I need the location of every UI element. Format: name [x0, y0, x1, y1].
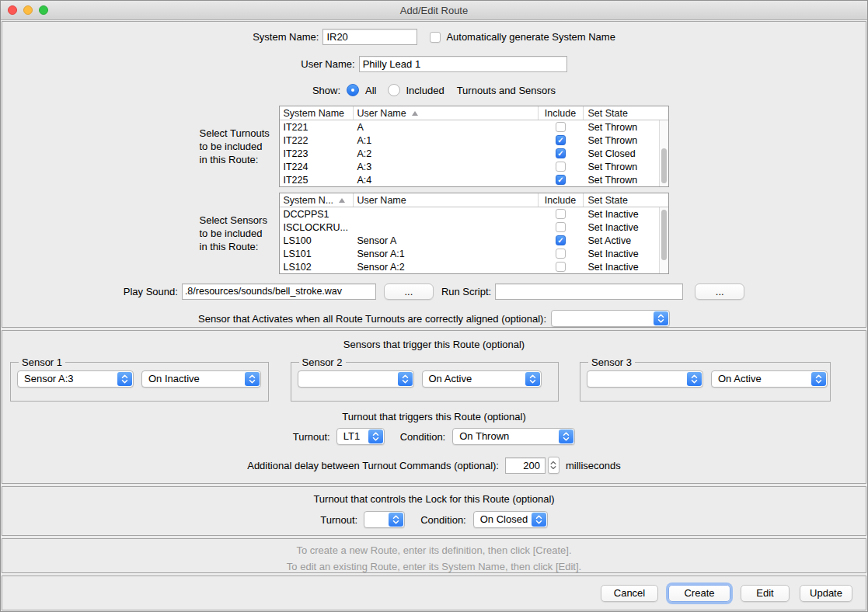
- system-name-cell: ISCLOCKRU...: [280, 222, 354, 233]
- play-sound-browse-button[interactable]: ...: [384, 283, 434, 300]
- lock-turnout-combo[interactable]: [364, 511, 405, 528]
- include-checkbox[interactable]: [556, 209, 566, 219]
- include-checkbox[interactable]: [556, 235, 566, 245]
- trigger-turnout-combo[interactable]: LT1: [336, 428, 385, 445]
- set-state-cell[interactable]: Set Thrown: [584, 162, 661, 172]
- sensor-2-condition-combo[interactable]: On Active: [422, 370, 542, 388]
- column-header[interactable]: System N...: [280, 193, 354, 207]
- sensor-1-group: Sensor 1 Sensor A:3 On Inactive: [10, 356, 269, 402]
- help-line-1: To create a new Route, enter its definit…: [2, 544, 866, 556]
- set-state-cell[interactable]: Set Inactive: [584, 262, 661, 273]
- include-cell[interactable]: [539, 162, 584, 172]
- set-state-cell[interactable]: Set Inactive: [584, 222, 661, 233]
- title-bar[interactable]: Add/Edit Route: [1, 1, 867, 20]
- include-checkbox[interactable]: [556, 249, 566, 259]
- zoom-window-icon[interactable]: [39, 5, 48, 15]
- include-cell[interactable]: [539, 262, 584, 272]
- sensor-2-legend: Sensor 2: [299, 356, 346, 368]
- edit-button[interactable]: Edit: [741, 585, 790, 602]
- update-button[interactable]: Update: [800, 585, 852, 602]
- table-row[interactable]: DCCPPS1Set Inactive: [280, 207, 659, 221]
- table-row[interactable]: LS102Sensor A:2Set Inactive: [280, 260, 659, 273]
- column-header[interactable]: User Name: [354, 193, 539, 207]
- auto-generate-label: Automatically generate System Name: [446, 31, 615, 43]
- play-sound-input[interactable]: [182, 283, 376, 300]
- column-header[interactable]: Include: [539, 193, 584, 207]
- minimize-window-icon[interactable]: [23, 5, 33, 15]
- scrollbar-thumb[interactable]: [661, 148, 667, 183]
- system-name-cell: IT225: [280, 175, 354, 186]
- table-row[interactable]: IT221ASet Thrown: [280, 120, 659, 134]
- turnouts-table[interactable]: System NameUser NameIncludeSet State IT2…: [279, 106, 669, 187]
- include-cell[interactable]: [539, 122, 584, 132]
- sensor-3-condition-combo[interactable]: On Active: [711, 370, 828, 388]
- table-row[interactable]: LS100Sensor ASet Active: [280, 234, 659, 247]
- sensor-3-combo[interactable]: [587, 370, 703, 388]
- table-row[interactable]: IT224A:3Set Thrown: [280, 160, 659, 173]
- create-button[interactable]: Create: [668, 585, 730, 602]
- table-row[interactable]: LS101Sensor A:1Set Inactive: [280, 247, 659, 260]
- turnouts-scrollbar[interactable]: [659, 120, 668, 186]
- sensor-1-combo[interactable]: Sensor A:3: [17, 370, 134, 388]
- include-checkbox[interactable]: [556, 135, 566, 145]
- include-checkbox[interactable]: [556, 222, 566, 232]
- trigger-turnout-label: Turnout:: [293, 431, 330, 443]
- delay-input[interactable]: [505, 457, 546, 474]
- auto-generate-checkbox[interactable]: [430, 32, 441, 43]
- system-name-cell: LS101: [280, 249, 354, 259]
- column-header[interactable]: Include: [539, 106, 584, 120]
- column-header[interactable]: System Name: [280, 106, 354, 120]
- aligned-sensor-label: Sensor that Activates when all Route Tur…: [198, 313, 546, 325]
- set-state-cell[interactable]: Set Thrown: [584, 135, 661, 146]
- sort-ascending-icon: [339, 198, 345, 203]
- set-state-cell[interactable]: Set Thrown: [584, 122, 661, 133]
- column-header[interactable]: Set State: [584, 193, 661, 207]
- trigger-condition-combo[interactable]: On Thrown: [452, 428, 575, 445]
- aligned-sensor-combo[interactable]: [551, 310, 670, 327]
- set-state-cell[interactable]: Set Inactive: [584, 249, 661, 259]
- stepper-arrows-icon: [550, 461, 556, 470]
- include-cell[interactable]: [539, 222, 584, 232]
- column-header[interactable]: User Name: [354, 106, 539, 120]
- include-checkbox[interactable]: [556, 122, 566, 132]
- table-row[interactable]: ISCLOCKRU...Set Inactive: [280, 221, 659, 234]
- table-row[interactable]: IT222A:1Set Thrown: [280, 134, 659, 147]
- run-script-browse-button[interactable]: ...: [695, 283, 744, 300]
- set-state-cell[interactable]: Set Inactive: [584, 209, 661, 220]
- include-cell[interactable]: [539, 148, 584, 158]
- cancel-button[interactable]: Cancel: [601, 585, 658, 602]
- include-checkbox[interactable]: [556, 262, 566, 272]
- set-state-cell[interactable]: Set Active: [584, 235, 661, 246]
- sensor-1-condition-combo[interactable]: On Inactive: [141, 370, 261, 388]
- include-cell[interactable]: [539, 235, 584, 245]
- combo-arrows-icon: [532, 513, 546, 527]
- lock-condition-label: Condition:: [420, 514, 466, 526]
- close-window-icon[interactable]: [8, 5, 17, 15]
- include-checkbox[interactable]: [556, 148, 566, 158]
- table-row[interactable]: IT223A:2Set Closed: [280, 147, 659, 160]
- sensor-2-combo[interactable]: [298, 370, 414, 388]
- include-checkbox[interactable]: [556, 162, 566, 172]
- show-all-radio[interactable]: [347, 84, 359, 96]
- scrollbar-thumb[interactable]: [661, 210, 667, 260]
- include-checkbox[interactable]: [556, 175, 566, 185]
- set-state-cell[interactable]: Set Thrown: [584, 175, 661, 186]
- user-name-input[interactable]: [359, 56, 567, 72]
- table-row[interactable]: IT225A:4Set Thrown: [280, 173, 659, 186]
- column-header[interactable]: Set State: [584, 106, 661, 120]
- lock-condition-combo[interactable]: On Closed: [473, 511, 548, 528]
- run-script-input[interactable]: [495, 283, 683, 300]
- run-script-label: Run Script:: [441, 286, 491, 297]
- sensors-scrollbar[interactable]: [659, 207, 668, 273]
- system-name-cell: DCCPPS1: [280, 209, 354, 220]
- sensors-table[interactable]: System N...User NameIncludeSet State DCC…: [279, 193, 669, 274]
- delay-units-label: milliseconds: [566, 460, 621, 471]
- include-cell[interactable]: [539, 209, 584, 219]
- show-included-radio[interactable]: [388, 84, 400, 96]
- delay-stepper[interactable]: [548, 457, 559, 474]
- include-cell[interactable]: [539, 175, 584, 185]
- include-cell[interactable]: [539, 135, 584, 145]
- set-state-cell[interactable]: Set Closed: [584, 148, 661, 159]
- include-cell[interactable]: [539, 249, 584, 259]
- system-name-input[interactable]: [322, 29, 417, 45]
